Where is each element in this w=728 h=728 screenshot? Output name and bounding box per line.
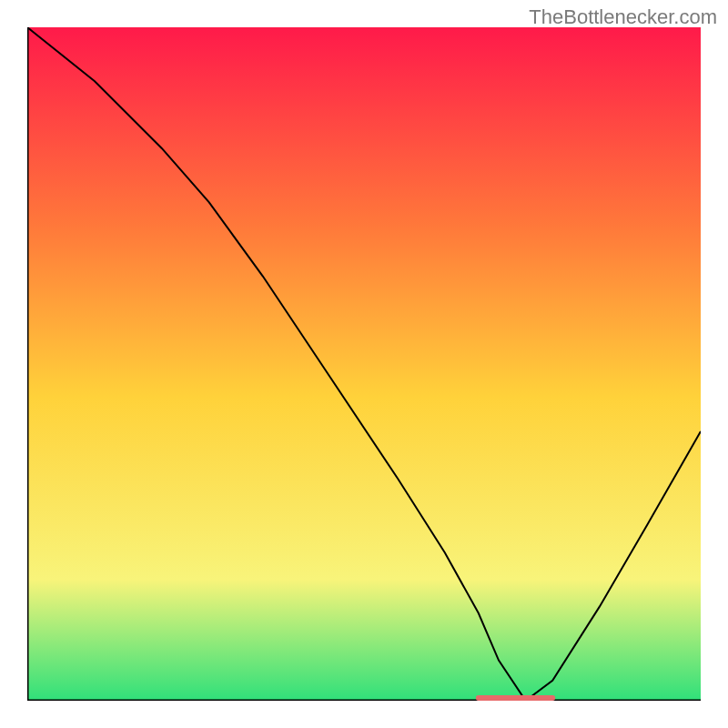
gradient-background bbox=[27, 27, 701, 701]
watermark-text: TheBottlenecker.com bbox=[529, 5, 717, 29]
plot-area bbox=[27, 27, 701, 701]
chart-container: TheBottlenecker.com bbox=[0, 0, 728, 728]
chart-svg bbox=[27, 27, 701, 701]
